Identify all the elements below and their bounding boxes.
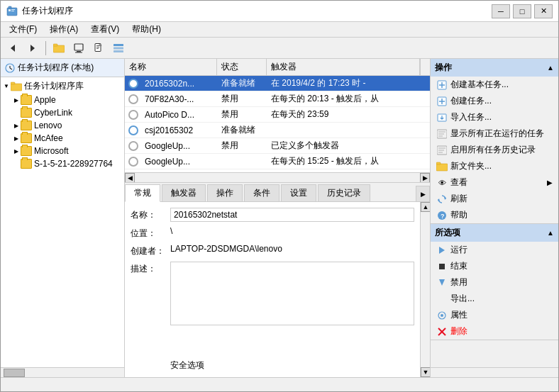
operations-header[interactable]: 操作 ▲ bbox=[431, 59, 558, 77]
action-help[interactable]: ? 帮助 bbox=[431, 207, 558, 223]
task-status-5: 禁用 bbox=[217, 138, 267, 153]
maximize-button[interactable]: □ bbox=[513, 4, 531, 18]
main-content: 任务计划程序 (本地) ▼ 任务计划程序库 ▶ Apple bbox=[1, 59, 558, 377]
tab-general[interactable]: 常规 bbox=[125, 184, 160, 202]
task-trigger-6: 在每天的 15:25 - 触发后，从 bbox=[267, 154, 430, 169]
column-status[interactable]: 状态 bbox=[217, 59, 267, 75]
menu-action[interactable]: 操作(A) bbox=[44, 22, 84, 37]
tree-folder-microsoft bbox=[21, 146, 32, 156]
action-create-basic[interactable]: 创建基本任务... bbox=[431, 77, 558, 93]
tree-item-apple[interactable]: ▶ Apple bbox=[1, 94, 124, 106]
svg-rect-3 bbox=[11, 9, 15, 10]
selected-header[interactable]: 所选项 ▲ bbox=[431, 224, 558, 242]
scroll-right-btn[interactable]: ▶ bbox=[420, 173, 430, 183]
import-task-label: 导入任务... bbox=[450, 111, 492, 123]
tab-settings[interactable]: 设置 bbox=[281, 184, 316, 201]
task-name-3: AutoPico D... bbox=[140, 108, 199, 121]
action-run[interactable]: 运行 bbox=[431, 242, 558, 258]
svg-rect-7 bbox=[53, 45, 65, 52]
menu-view[interactable]: 查看(V) bbox=[85, 22, 125, 37]
document-icon bbox=[94, 43, 103, 53]
task-row-2[interactable]: 70F82A30-... 禁用 在每天的 20:13 - 触发后，从 bbox=[125, 91, 430, 107]
list-icon bbox=[114, 43, 123, 53]
toolbar-btn-5[interactable] bbox=[89, 40, 108, 57]
action-delete[interactable]: 删除 bbox=[431, 323, 558, 340]
action-import-task[interactable]: 导入任务... bbox=[431, 109, 558, 125]
scroll-left-btn[interactable]: ◀ bbox=[125, 173, 135, 183]
task-name-5: GoogleUp... bbox=[140, 140, 194, 152]
action-enable-history[interactable]: 启用所有任务历史记录 bbox=[431, 142, 558, 158]
left-scrollbar-thumb[interactable] bbox=[4, 369, 25, 377]
toolbar bbox=[1, 38, 558, 59]
task-name-6: GoogleUp... bbox=[140, 155, 194, 168]
export-icon bbox=[436, 293, 448, 305]
action-create-task[interactable]: 创建任务... bbox=[431, 93, 558, 109]
name-input[interactable] bbox=[170, 208, 414, 222]
new-folder-label: 新文件夹... bbox=[450, 160, 492, 172]
tree-label-lenovo: Lenovo bbox=[34, 121, 62, 130]
tree-view[interactable]: ▼ 任务计划程序库 ▶ Apple ▶ CyberL bbox=[1, 77, 124, 367]
tree-arrow-mcafee: ▶ bbox=[12, 134, 21, 142]
tab-history[interactable]: 历史记录 bbox=[318, 184, 370, 201]
task-row-1[interactable]: 20165302n... 准备就绪 在 2019/4/2 的 17:23 时 - bbox=[125, 76, 430, 91]
tree-folder-apple bbox=[21, 95, 32, 105]
tree-folder-lenovo bbox=[21, 121, 32, 130]
menu-help[interactable]: 帮助(H) bbox=[126, 22, 167, 37]
column-trigger[interactable]: 触发器 bbox=[267, 59, 420, 75]
action-show-running[interactable]: 显示所有正在运行的任务 bbox=[431, 125, 558, 142]
tree-folder-s1521 bbox=[21, 159, 32, 169]
svg-rect-0 bbox=[7, 8, 17, 16]
help-icon: ? bbox=[436, 210, 448, 221]
tab-overflow-btn[interactable]: ▶ bbox=[416, 186, 430, 201]
tree-item-s1521[interactable]: ▶ S-1-5-21-228927764 bbox=[1, 157, 124, 170]
computer-icon bbox=[74, 43, 84, 53]
svg-rect-23 bbox=[11, 84, 22, 91]
task-row-4[interactable]: csj20165302 准备就绪 bbox=[125, 123, 430, 138]
detail-field-location: 位置： \ bbox=[131, 226, 414, 240]
tree-item-mcafee[interactable]: ▶ McAfee bbox=[1, 132, 124, 145]
task-row-3[interactable]: AutoPico D... 禁用 在每天的 23:59 bbox=[125, 107, 430, 123]
svg-marker-50 bbox=[439, 279, 445, 286]
action-export[interactable]: 导出... bbox=[431, 291, 558, 307]
detail-field-desc: 描述： bbox=[131, 262, 414, 355]
tree-label-mcafee: McAfee bbox=[34, 133, 63, 143]
tree-item-microsoft[interactable]: ▶ Microsoft bbox=[1, 145, 124, 157]
tab-conditions[interactable]: 条件 bbox=[244, 184, 280, 201]
action-properties[interactable]: 属性 bbox=[431, 307, 558, 323]
left-panel-scrollbar[interactable] bbox=[1, 367, 124, 377]
action-end[interactable]: 结束 bbox=[431, 258, 558, 274]
location-label: 位置： bbox=[131, 226, 166, 240]
action-view[interactable]: 👁 查看 ▶ bbox=[431, 174, 558, 191]
tab-actions[interactable]: 操作 bbox=[207, 184, 243, 201]
back-button[interactable] bbox=[4, 40, 22, 57]
close-button[interactable]: ✕ bbox=[534, 4, 553, 18]
menu-file[interactable]: 文件(F) bbox=[4, 22, 43, 37]
task-row-1-name-cell: 20165302n... bbox=[125, 77, 217, 90]
column-name[interactable]: 名称 bbox=[125, 59, 217, 75]
security-value: 安全选项 bbox=[170, 359, 414, 371]
forward-button[interactable] bbox=[23, 40, 42, 57]
action-refresh[interactable]: 刷新 bbox=[431, 191, 558, 207]
task-row-6[interactable]: GoogleUp... 在每天的 15:25 - 触发后，从 bbox=[125, 154, 430, 169]
help-label: 帮助 bbox=[450, 209, 467, 221]
task-list-scrollbar[interactable]: ◀ ▶ bbox=[125, 172, 430, 182]
tab-triggers[interactable]: 触发器 bbox=[162, 184, 206, 201]
desc-textarea[interactable] bbox=[170, 262, 414, 325]
tree-item-root[interactable]: ▼ 任务计划程序库 bbox=[1, 79, 124, 94]
scroll-down-btn[interactable]: ▼ bbox=[421, 367, 430, 377]
tree-item-lenovo[interactable]: ▶ Lenovo bbox=[1, 119, 124, 132]
action-new-folder[interactable]: 新文件夹... bbox=[431, 158, 558, 174]
minimize-button[interactable]: ─ bbox=[492, 4, 510, 18]
toolbar-btn-6[interactable] bbox=[109, 40, 128, 57]
detail-field-security: 安全选项 bbox=[131, 359, 414, 371]
scroll-up-btn[interactable]: ▲ bbox=[421, 202, 430, 212]
svg-marker-48 bbox=[439, 247, 445, 254]
svg-rect-42 bbox=[436, 164, 448, 171]
task-list-body[interactable]: 20165302n... 准备就绪 在 2019/4/2 的 17:23 时 -… bbox=[125, 76, 430, 172]
svg-text:?: ? bbox=[441, 213, 445, 220]
toolbar-btn-4[interactable] bbox=[70, 40, 88, 57]
toolbar-btn-3[interactable] bbox=[50, 40, 68, 57]
action-disable[interactable]: 禁用 bbox=[431, 274, 558, 291]
tree-item-cyberlink[interactable]: ▶ CyberLink bbox=[1, 106, 124, 119]
task-row-5[interactable]: GoogleUp... 禁用 已定义多个触发器 bbox=[125, 138, 430, 154]
